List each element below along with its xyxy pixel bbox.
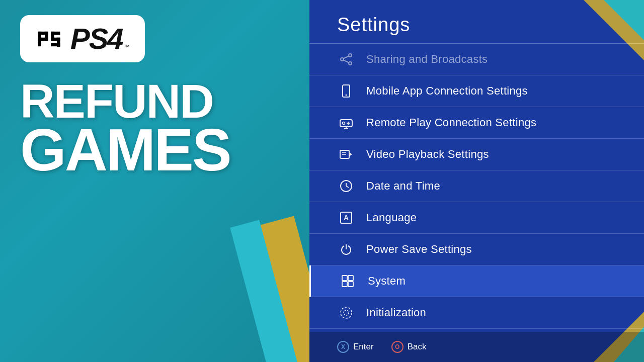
menu-item-datetime[interactable]: Date and Time bbox=[309, 170, 644, 202]
control-hint-back: O Back bbox=[391, 341, 427, 353]
control-label-enter: Enter bbox=[353, 342, 374, 352]
svg-point-21 bbox=[343, 122, 345, 125]
menu-label-language: Language bbox=[366, 211, 417, 224]
settings-content: Settings Sharing and Broadcasts Mobile A… bbox=[309, 0, 644, 362]
svg-rect-8 bbox=[57, 37, 60, 46]
video-icon bbox=[337, 145, 355, 163]
svg-point-40 bbox=[341, 307, 352, 318]
settings-menu: Sharing and Broadcasts Mobile App Connec… bbox=[309, 44, 644, 332]
svg-rect-38 bbox=[342, 282, 347, 287]
menu-label-video: Video Playback Settings bbox=[366, 148, 489, 161]
svg-rect-7 bbox=[51, 31, 54, 38]
remoteplay-icon bbox=[337, 114, 355, 132]
menu-item-video[interactable]: Video Playback Settings bbox=[309, 139, 644, 170]
menu-label-remote: Remote Play Connection Settings bbox=[366, 116, 536, 129]
svg-line-16 bbox=[344, 56, 349, 59]
menu-item-sharing[interactable]: Sharing and Broadcasts bbox=[309, 44, 644, 75]
control-label-back: Back bbox=[408, 342, 427, 352]
system-icon bbox=[339, 272, 357, 290]
clock-icon bbox=[337, 177, 355, 195]
ps4-tm: ™ bbox=[124, 43, 130, 50]
svg-point-15 bbox=[341, 58, 344, 61]
svg-point-13 bbox=[349, 54, 352, 57]
games-text: GAMES bbox=[20, 123, 230, 176]
svg-rect-20 bbox=[340, 120, 352, 127]
left-panel: PS4™ REFUND GAMES bbox=[0, 0, 309, 362]
init-icon bbox=[337, 304, 355, 322]
menu-item-power[interactable]: Power Save Settings bbox=[309, 234, 644, 265]
svg-marker-27 bbox=[349, 152, 352, 156]
ps4-logo-box: PS4™ bbox=[20, 15, 145, 62]
bottom-bar: X Enter O Back bbox=[309, 332, 644, 362]
menu-label-sharing: Sharing and Broadcasts bbox=[366, 53, 488, 66]
control-hint-enter: X Enter bbox=[337, 341, 374, 353]
menu-label-mobile: Mobile App Connection Settings bbox=[366, 84, 528, 98]
menu-item-remote[interactable]: Remote Play Connection Settings bbox=[309, 107, 644, 139]
svg-rect-3 bbox=[45, 31, 48, 40]
language-icon: A bbox=[337, 209, 355, 227]
mobile-icon bbox=[337, 82, 355, 100]
menu-item-language[interactable]: A Language bbox=[309, 202, 644, 234]
svg-line-32 bbox=[346, 186, 349, 188]
share-icon bbox=[337, 50, 355, 68]
btn-o-icon: O bbox=[391, 341, 404, 353]
menu-item-initialization[interactable]: Initialization bbox=[309, 297, 644, 329]
ps4-brand-text: PS4 bbox=[70, 24, 123, 53]
svg-point-19 bbox=[346, 95, 347, 96]
menu-item-system[interactable]: System bbox=[309, 265, 644, 297]
menu-item-mobile[interactable]: Mobile App Connection Settings bbox=[309, 75, 644, 107]
btn-x-icon: X bbox=[337, 341, 349, 353]
menu-label-initialization: Initialization bbox=[366, 306, 426, 319]
menu-label-datetime: Date and Time bbox=[366, 179, 440, 193]
power-icon bbox=[337, 240, 355, 258]
right-panel: Settings Sharing and Broadcasts Mobile A… bbox=[309, 0, 644, 362]
menu-label-power: Power Save Settings bbox=[366, 243, 472, 256]
svg-rect-37 bbox=[348, 276, 353, 281]
svg-line-17 bbox=[344, 60, 349, 63]
settings-title: Settings bbox=[309, 0, 644, 43]
svg-point-14 bbox=[349, 62, 352, 65]
ps-logo-icon bbox=[35, 25, 63, 53]
svg-point-41 bbox=[344, 310, 349, 315]
svg-text:A: A bbox=[344, 214, 349, 222]
svg-rect-39 bbox=[348, 282, 353, 287]
menu-label-system: System bbox=[368, 275, 406, 288]
svg-rect-36 bbox=[342, 276, 347, 281]
